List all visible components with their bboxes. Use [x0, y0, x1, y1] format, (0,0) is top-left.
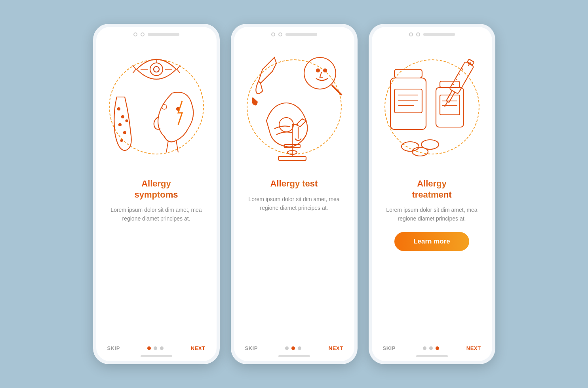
svg-line-41	[458, 74, 460, 75]
svg-point-8	[162, 105, 167, 109]
svg-rect-26	[394, 69, 422, 78]
treatment-svg	[381, 49, 483, 168]
text-content-1: Allergy symptoms Lorem ipsum dolor sit d…	[96, 174, 217, 340]
phone-inner-3: Allergy treatment Lorem ipsum dolor sit …	[372, 27, 492, 361]
nav-dots-1	[147, 346, 164, 350]
dot-3-1	[423, 346, 426, 350]
svg-rect-32	[440, 81, 460, 87]
top-bar-1	[96, 27, 217, 40]
svg-line-42	[455, 79, 457, 80]
screen-2-title: Allergy test	[270, 178, 318, 189]
symptoms-svg	[105, 49, 208, 168]
home-bar-2	[278, 355, 310, 357]
home-bar-3	[416, 355, 448, 357]
text-content-3: Allergy treatment Lorem ipsum dolor sit …	[372, 174, 492, 340]
phone-frame-1: Allergy symptoms Lorem ipsum dolor sit d…	[93, 24, 220, 364]
svg-rect-27	[390, 78, 426, 129]
screen-2-desc: Lorem ipsum dolor sit dim amet, mea regi…	[245, 195, 343, 213]
dot-1-1	[147, 346, 151, 350]
top-circle-5	[409, 32, 413, 36]
svg-point-10	[122, 116, 124, 118]
learn-more-button[interactable]: Learn more	[394, 232, 469, 251]
illustration-symptoms	[96, 40, 217, 174]
screens-container: Allergy symptoms Lorem ipsum dolor sit d…	[93, 24, 495, 364]
skip-button-2[interactable]: SKIP	[245, 345, 258, 351]
top-circle-4	[278, 32, 282, 36]
top-circle-2	[141, 32, 145, 36]
svg-point-9	[118, 108, 120, 110]
top-bar-line-3	[423, 33, 455, 36]
top-bar-2	[234, 27, 354, 40]
skip-button-3[interactable]: SKIP	[383, 345, 396, 351]
next-button-3[interactable]: NEXT	[466, 345, 481, 351]
svg-line-6	[176, 141, 178, 152]
svg-point-13	[120, 140, 122, 142]
home-bar-1	[141, 355, 172, 357]
svg-line-5	[166, 141, 168, 152]
svg-rect-28	[394, 89, 422, 113]
dot-2-1	[285, 346, 289, 350]
svg-rect-37	[449, 61, 474, 94]
bottom-nav-1: SKIP NEXT	[96, 340, 217, 355]
text-content-2: Allergy test Lorem ipsum dolor sit dim a…	[234, 174, 354, 340]
svg-line-43	[452, 84, 454, 85]
screen-1-title: Allergy symptoms	[134, 178, 178, 200]
svg-point-46	[412, 147, 428, 156]
top-bar-line-2	[285, 33, 317, 36]
dot-1-3	[160, 346, 164, 350]
screen-3-title: Allergy treatment	[412, 178, 451, 200]
svg-rect-39	[467, 59, 474, 65]
svg-rect-34	[440, 95, 460, 115]
nav-dots-2	[285, 346, 301, 350]
illustration-test	[234, 40, 354, 174]
svg-point-12	[124, 131, 126, 134]
screen-1-desc: Lorem ipsum dolor sit dim amet, mea regi…	[107, 205, 206, 223]
svg-point-1	[154, 67, 159, 72]
svg-rect-20	[278, 156, 306, 160]
dot-3-2	[429, 346, 433, 350]
top-bar-line-1	[148, 33, 179, 36]
next-button-1[interactable]: NEXT	[191, 345, 206, 351]
phone-frame-2: Allergy test Lorem ipsum dolor sit dim a…	[231, 24, 358, 364]
skip-button-1[interactable]: SKIP	[107, 345, 120, 351]
top-bar-3	[372, 27, 492, 40]
top-circle-3	[271, 32, 275, 36]
next-button-2[interactable]: NEXT	[329, 345, 343, 351]
svg-point-0	[150, 63, 163, 76]
bottom-nav-3: SKIP NEXT	[372, 340, 492, 355]
svg-point-15	[304, 57, 336, 89]
phone-inner-1: Allergy symptoms Lorem ipsum dolor sit d…	[96, 27, 217, 361]
phone-inner-2: Allergy test Lorem ipsum dolor sit dim a…	[234, 27, 354, 361]
dot-2-3	[298, 346, 301, 350]
nav-dots-3	[423, 346, 439, 350]
dot-3-3	[436, 346, 439, 350]
dot-1-2	[154, 346, 157, 350]
svg-point-19	[279, 118, 293, 132]
illustration-treatment	[372, 40, 492, 174]
svg-point-18	[323, 68, 327, 72]
phone-frame-3: Allergy treatment Lorem ipsum dolor sit …	[369, 24, 495, 364]
test-svg	[243, 49, 346, 168]
svg-point-14	[126, 120, 127, 122]
top-circle-6	[416, 32, 420, 36]
svg-line-40	[461, 68, 463, 70]
dot-2-2	[291, 346, 295, 350]
bottom-nav-2: SKIP NEXT	[234, 340, 354, 355]
svg-point-17	[316, 68, 320, 72]
screen-3-desc: Lorem ipsum dolor sit dim amet, mea regi…	[383, 205, 481, 223]
top-circle-1	[133, 32, 137, 36]
svg-line-16	[332, 85, 342, 95]
svg-point-11	[119, 124, 121, 126]
svg-point-44	[402, 142, 419, 151]
